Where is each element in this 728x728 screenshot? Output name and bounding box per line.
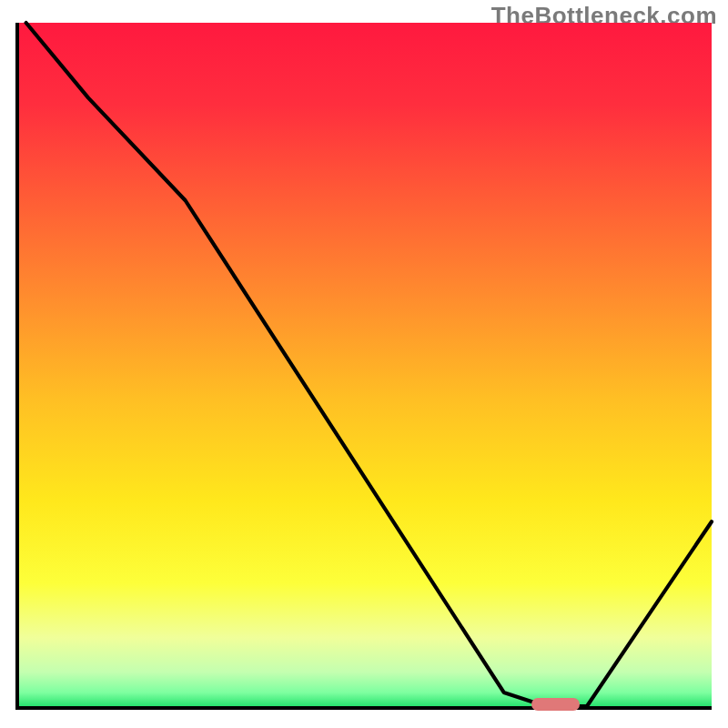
chart-root: TheBottleneck.com [0,0,728,728]
plot-area [15,23,712,710]
chart-svg [19,23,712,706]
optimum-marker [531,698,580,711]
bottleneck-curve [26,23,712,706]
